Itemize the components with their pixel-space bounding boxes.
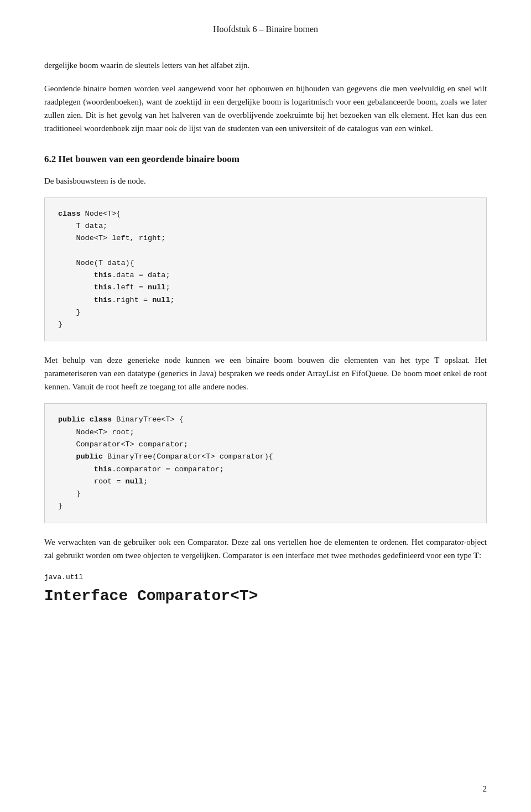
main-paragraph-3: We verwachten van de gebruiker ook een C… <box>44 535 487 562</box>
intro-paragraph: dergelijke boom waarin de sleutels lette… <box>44 59 487 72</box>
java-util-label: java.util <box>44 572 487 584</box>
page: Hoofdstuk 6 – Binaire bomen dergelijke b… <box>0 0 531 812</box>
code-block-1: class Node<T>{ T data; Node<T> left, rig… <box>44 197 487 342</box>
main-paragraph-1: Geordende binaire bomen worden veel aang… <box>44 82 487 135</box>
section-intro: De basisbouwsteen is de node. <box>44 174 487 188</box>
main-paragraph-2: Met behulp van deze generieke node kunne… <box>44 353 487 393</box>
page-footer: 2 <box>483 782 487 795</box>
interface-heading: Interface Comparator<T> <box>44 584 487 609</box>
section-heading: 6.2 Het bouwen van een geordende binaire… <box>44 152 487 166</box>
code-block-2: public class BinaryTree<T> { Node<T> roo… <box>44 403 487 523</box>
page-header: Hoofdstuk 6 – Binaire bomen <box>44 22 487 37</box>
